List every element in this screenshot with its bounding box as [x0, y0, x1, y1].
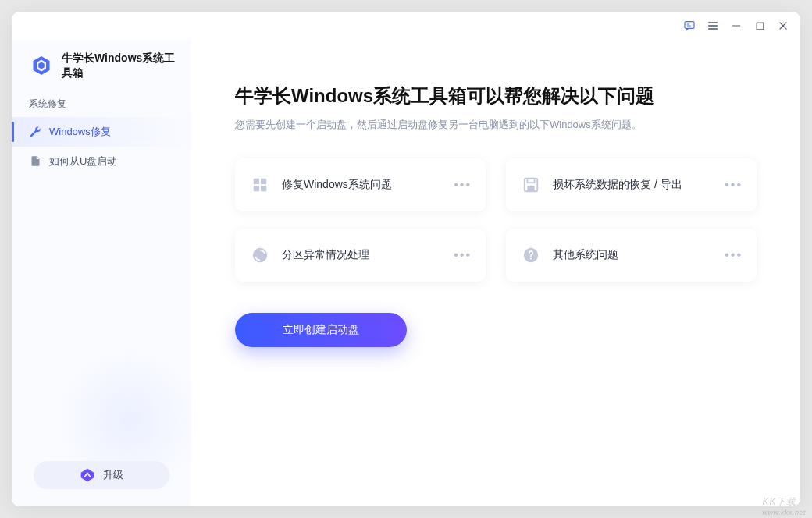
more-icon[interactable]: ••• [725, 248, 743, 262]
svg-rect-8 [254, 179, 259, 184]
card-label: 其他系统问题 [553, 248, 725, 262]
app-title: 牛学长Windows系统工具箱 [62, 51, 177, 80]
svg-rect-13 [527, 179, 534, 183]
card-label: 分区异常情况处理 [282, 248, 454, 262]
brand: 牛学长Windows系统工具箱 [12, 46, 191, 94]
save-icon [520, 174, 542, 196]
question-icon [520, 244, 542, 266]
sidebar-item-label: Windows修复 [49, 125, 111, 139]
minimize-icon[interactable] [730, 20, 743, 32]
wrench-icon [29, 126, 41, 138]
main-content: 牛学长Windows系统工具箱可以帮您解决以下问题 您需要先创建一个启动盘，然后… [191, 40, 800, 506]
rotate-icon [249, 244, 271, 266]
svg-rect-14 [527, 186, 534, 191]
menu-icon[interactable] [707, 20, 719, 32]
svg-point-17 [530, 258, 532, 260]
close-icon[interactable] [777, 20, 789, 32]
maximize-icon[interactable] [753, 20, 766, 32]
app-window: 牛学长Windows系统工具箱 系统修复 Windows修复 如何从U盘启动 [12, 12, 800, 506]
card-label: 修复Windows系统问题 [282, 178, 454, 192]
feedback-icon[interactable] [683, 20, 696, 32]
file-icon [29, 155, 41, 168]
card-repair-windows[interactable]: 修复Windows系统问题 ••• [235, 158, 486, 211]
card-data-recovery[interactable]: 损坏系统数据的恢复 / 导出 ••• [506, 158, 757, 211]
svg-rect-11 [261, 186, 266, 191]
svg-rect-9 [261, 179, 266, 184]
card-partition[interactable]: 分区异常情况处理 ••• [235, 229, 486, 282]
sidebar: 牛学长Windows系统工具箱 系统修复 Windows修复 如何从U盘启动 [12, 40, 191, 506]
title-bar [12, 12, 800, 40]
app-logo-icon [29, 53, 54, 78]
upgrade-button[interactable]: 升级 [34, 461, 169, 489]
watermark-url: www.kkx.net [762, 509, 806, 516]
watermark: KK下载 www.kkx.net [762, 495, 806, 516]
page-subtitle: 您需要先创建一个启动盘，然后通过启动盘修复另一台电脑遇到的以下Windows系统… [235, 118, 757, 132]
upgrade-icon [80, 467, 95, 483]
sidebar-section-label: 系统修复 [12, 94, 191, 117]
watermark-text: KK下载 [762, 496, 796, 507]
page-headline: 牛学长Windows系统工具箱可以帮您解决以下问题 [235, 83, 757, 108]
sidebar-item-windows-repair[interactable]: Windows修复 [12, 117, 191, 147]
more-icon[interactable]: ••• [454, 178, 472, 192]
more-icon[interactable]: ••• [454, 248, 472, 262]
svg-rect-10 [254, 186, 259, 191]
card-other[interactable]: 其他系统问题 ••• [506, 229, 757, 282]
feature-cards: 修复Windows系统问题 ••• 损坏系统数据的恢复 / 导出 ••• 分区异… [235, 158, 757, 282]
sidebar-item-label: 如何从U盘启动 [49, 154, 117, 169]
upgrade-label: 升级 [103, 468, 123, 482]
card-label: 损坏系统数据的恢复 / 导出 [553, 178, 725, 192]
sidebar-item-usb-boot[interactable]: 如何从U盘启动 [12, 147, 191, 176]
grid-icon [249, 174, 271, 196]
svg-rect-5 [757, 23, 764, 30]
create-boot-disk-button[interactable]: 立即创建启动盘 [235, 313, 407, 347]
body: 牛学长Windows系统工具箱 系统修复 Windows修复 如何从U盘启动 [12, 40, 800, 506]
svg-rect-0 [685, 22, 694, 29]
more-icon[interactable]: ••• [725, 178, 743, 192]
